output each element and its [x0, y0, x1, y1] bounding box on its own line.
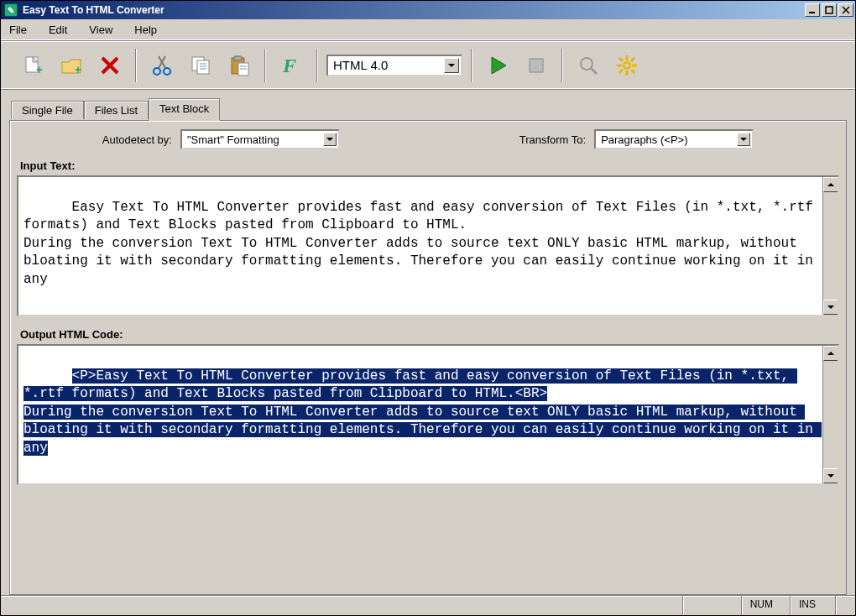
tab-text-block[interactable]: Text Block	[149, 98, 220, 121]
toolbar: + + F HTML 4.0	[1, 41, 855, 90]
format-select-value: HTML 4.0	[333, 58, 388, 72]
chevron-down-icon	[323, 133, 337, 146]
paste-button[interactable]	[222, 49, 256, 82]
menu-edit[interactable]: Edit	[49, 23, 67, 36]
transform-value: Paragraphs (<P>)	[601, 133, 687, 146]
svg-point-11	[154, 68, 160, 75]
settings-button[interactable]	[610, 49, 644, 82]
autodetect-select[interactable]: "Smart" Formatting	[180, 129, 340, 149]
output-rest-text: During the conversion Text To HTML Conve…	[23, 405, 822, 456]
input-text-content: Easy Text To HTML Converter provides fas…	[23, 200, 822, 287]
scroll-down-icon[interactable]	[823, 300, 838, 315]
title-bar: ✎ Easy Text To HTML Converter	[1, 1, 855, 19]
svg-point-12	[164, 68, 170, 75]
svg-text:F: F	[282, 55, 296, 76]
tab-files-list[interactable]: Files List	[84, 101, 149, 119]
font-button[interactable]: F	[274, 49, 308, 82]
input-scrollbar[interactable]	[822, 177, 838, 315]
autodetect-label: Autodetect by:	[102, 133, 172, 146]
tab-strip: Single File Files List Text Block	[1, 98, 855, 120]
scroll-up-icon[interactable]	[823, 177, 838, 192]
autodetect-value: "Smart" Formatting	[187, 133, 279, 146]
window-title: Easy Text To HTML Converter	[21, 4, 805, 16]
output-scrollbar[interactable]	[822, 346, 838, 483]
cut-button[interactable]	[145, 49, 179, 82]
transform-label: Transform To:	[519, 133, 586, 146]
output-textarea[interactable]: <P>Easy Text To HTML Converter provides …	[17, 344, 839, 485]
scroll-down-icon[interactable]	[823, 468, 838, 483]
close-button[interactable]	[838, 3, 853, 17]
chevron-down-icon	[444, 58, 459, 73]
chevron-down-icon	[737, 133, 750, 146]
svg-line-32	[619, 58, 623, 61]
menu-file[interactable]: File	[9, 23, 27, 36]
svg-rect-1	[826, 7, 833, 13]
scroll-up-icon[interactable]	[823, 346, 838, 361]
transform-select[interactable]: Paragraphs (<P>)	[594, 129, 754, 149]
status-ins: INS	[790, 596, 835, 615]
output-selected-text: <P>Easy Text To HTML Converter provides …	[23, 368, 797, 402]
open-folder-button[interactable]: +	[55, 49, 88, 82]
svg-point-25	[581, 58, 592, 70]
status-bar: NUM INS	[1, 595, 855, 615]
svg-line-26	[591, 68, 597, 74]
tab-panel: Autodetect by: "Smart" Formatting Transf…	[9, 120, 847, 595]
svg-text:+: +	[75, 63, 81, 76]
menu-bar: File Edit View Help	[1, 19, 855, 41]
menu-help[interactable]: Help	[134, 23, 157, 36]
maximize-button[interactable]	[822, 3, 837, 17]
stop-button[interactable]	[519, 49, 553, 82]
input-textarea[interactable]: Easy Text To HTML Converter provides fas…	[17, 175, 839, 316]
minimize-button[interactable]	[805, 3, 820, 17]
svg-rect-14	[197, 60, 209, 74]
input-label: Input Text:	[20, 159, 839, 172]
svg-point-36	[625, 63, 629, 67]
svg-line-35	[619, 70, 623, 73]
tab-single-file[interactable]: Single File	[11, 101, 84, 119]
svg-line-33	[631, 70, 634, 73]
svg-rect-19	[234, 56, 242, 60]
svg-rect-24	[530, 59, 543, 72]
delete-button[interactable]	[93, 49, 127, 82]
format-select[interactable]: HTML 4.0	[326, 55, 462, 76]
run-button[interactable]	[481, 49, 514, 82]
copy-button[interactable]	[184, 49, 217, 82]
status-num: NUM	[741, 596, 790, 615]
app-window: ✎ Easy Text To HTML Converter File Edit …	[0, 0, 856, 616]
app-icon: ✎	[4, 3, 18, 17]
preview-button[interactable]	[572, 49, 605, 82]
new-file-button[interactable]: +	[16, 49, 50, 82]
svg-text:+: +	[36, 63, 43, 76]
menu-view[interactable]: View	[89, 23, 112, 36]
svg-line-34	[631, 58, 634, 61]
output-label: Output HTML Code:	[20, 328, 839, 341]
